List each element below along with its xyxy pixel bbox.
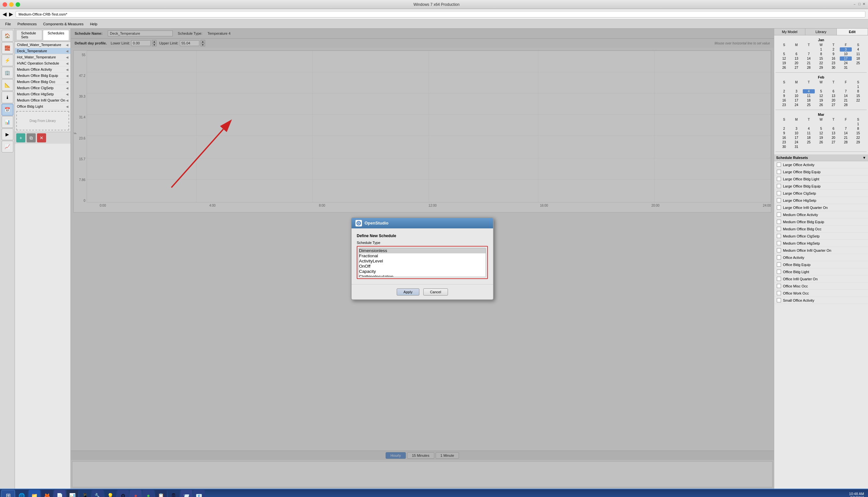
ruleset-checkbox[interactable]: [777, 284, 781, 288]
ruleset-checkbox[interactable]: [777, 298, 781, 302]
schedule-type-listbox[interactable]: Dimensionless Fractional ActivityLevel O…: [359, 248, 486, 277]
ruleset-item[interactable]: Medium Office Infil Quarter On: [774, 247, 868, 254]
ruleset-checkbox[interactable]: [777, 270, 781, 274]
icon-hvac[interactable]: 🌡: [2, 91, 13, 103]
ruleset-checkbox[interactable]: [777, 205, 781, 210]
menu-preferences[interactable]: Preferences: [15, 22, 39, 27]
icon-geometry[interactable]: 📐: [2, 79, 13, 91]
schedule-item[interactable]: Medium Office HtgSetp◀: [15, 91, 70, 97]
back-button[interactable]: ◀: [3, 11, 6, 17]
taskbar-app[interactable]: 📁: [29, 490, 40, 497]
listbox-option-clothing[interactable]: ClothingInsulation: [359, 274, 486, 277]
schedule-item[interactable]: Chilled_Water_Temperature◀: [15, 42, 70, 48]
ruleset-checkbox[interactable]: [777, 241, 781, 245]
ruleset-checkbox[interactable]: [777, 255, 781, 259]
ruleset-checkbox[interactable]: [777, 198, 781, 202]
ruleset-checkbox[interactable]: [777, 162, 781, 167]
ruleset-checkbox[interactable]: [777, 191, 781, 195]
menu-help[interactable]: Help: [87, 22, 100, 27]
ruleset-item[interactable]: Medium Office HtgSetp: [774, 240, 868, 247]
schedule-item[interactable]: Hot_Water_Temperature◀: [15, 54, 70, 60]
schedule-item[interactable]: HVAC Operation Schedule◀: [15, 60, 70, 67]
listbox-option-capacity[interactable]: Capacity: [359, 269, 486, 274]
ruleset-item[interactable]: Medium Office Activity: [774, 211, 868, 218]
apply-button[interactable]: Apply: [397, 288, 419, 296]
ruleset-checkbox[interactable]: [777, 219, 781, 224]
ruleset-item[interactable]: Medium Office Bldg Occ: [774, 226, 868, 232]
ruleset-item[interactable]: Office Activity: [774, 254, 868, 261]
start-button[interactable]: ⊞: [1, 490, 15, 497]
taskbar-app8[interactable]: ●: [142, 490, 154, 497]
taskbar-app2[interactable]: 📊: [67, 490, 78, 497]
schedule-item[interactable]: Medium Office Bldg Occ◀: [15, 79, 70, 85]
ruleset-checkbox[interactable]: [777, 234, 781, 238]
schedule-item[interactable]: Medium Office Bldg Equip◀: [15, 73, 70, 79]
taskbar-app4[interactable]: 🔧: [92, 490, 103, 497]
menu-file[interactable]: File: [3, 22, 14, 27]
ruleset-checkbox[interactable]: [777, 248, 781, 252]
tab-my-model[interactable]: My Model: [774, 29, 806, 35]
ruleset-checkbox[interactable]: [777, 213, 781, 217]
cancel-button[interactable]: Cancel: [423, 288, 448, 296]
add-schedule-button[interactable]: +: [16, 133, 25, 142]
icon-run[interactable]: ▶: [2, 128, 13, 140]
icon-site[interactable]: 🏠: [2, 30, 13, 42]
ruleset-item[interactable]: Small Office Activity: [774, 297, 868, 304]
delete-schedule-button[interactable]: ✕: [37, 133, 46, 142]
taskbar-app7[interactable]: ●: [130, 490, 141, 497]
listbox-option-dimensionless[interactable]: Dimensionless: [359, 248, 486, 253]
ruleset-item[interactable]: Office Infil Quarter On: [774, 275, 868, 283]
forward-button[interactable]: ▶: [9, 11, 13, 17]
ruleset-item[interactable]: Large Office Bldg Light: [774, 175, 868, 183]
taskbar-pdf[interactable]: 📄: [54, 490, 66, 497]
taskbar-app5[interactable]: 💡: [104, 490, 116, 497]
tab-edit[interactable]: Edit: [837, 29, 868, 35]
ruleset-checkbox[interactable]: [777, 227, 781, 231]
taskbar-app12[interactable]: 📧: [193, 490, 205, 497]
ruleset-item[interactable]: Large Office ClgSetp: [774, 190, 868, 197]
address-bar[interactable]: Medium-Office-CRB-Test.osm*: [16, 11, 865, 17]
ruleset-checkbox[interactable]: [777, 291, 781, 295]
menu-components[interactable]: Components & Measures: [41, 22, 86, 27]
ruleset-checkbox[interactable]: [777, 184, 781, 188]
taskbar-app9[interactable]: 📋: [155, 490, 167, 497]
drag-library-box[interactable]: Drag From Library: [16, 111, 69, 130]
taskbar-app10[interactable]: 🗓: [168, 490, 180, 497]
icon-results[interactable]: 📈: [2, 141, 13, 153]
tab-schedules[interactable]: Schedules: [43, 30, 69, 40]
taskbar-app6[interactable]: ⚙: [117, 490, 129, 497]
listbox-option-activity-level[interactable]: ActivityLevel: [359, 258, 486, 264]
ruleset-item[interactable]: Large Office HtgSetp: [774, 197, 868, 204]
ruleset-checkbox[interactable]: [777, 177, 781, 181]
ruleset-checkbox[interactable]: [777, 262, 781, 267]
icon-schedules[interactable]: 📅: [2, 104, 13, 115]
ruleset-item[interactable]: Large Office Bldg Equip: [774, 183, 868, 190]
ruleset-checkbox[interactable]: [777, 277, 781, 281]
taskbar-ie[interactable]: 🌐: [16, 490, 28, 497]
icon-space-types[interactable]: 🏢: [2, 67, 13, 79]
ruleset-item[interactable]: Large Office Activity: [774, 161, 868, 168]
ruleset-item[interactable]: Office Bldg Light: [774, 268, 868, 275]
schedule-item[interactable]: Medium Office Infil Quarter On◀: [15, 97, 70, 103]
ruleset-item[interactable]: Large Office Infil Quarter On: [774, 204, 868, 211]
tab-schedule-sets[interactable]: Schedule Sets: [16, 30, 42, 40]
schedule-item[interactable]: Medium Office Activity◀: [15, 67, 70, 73]
icon-loads[interactable]: ⚡: [2, 55, 13, 66]
ruleset-item[interactable]: Medium Office ClgSetp: [774, 232, 868, 240]
listbox-option-onoff[interactable]: OnOff: [359, 264, 486, 269]
ruleset-item[interactable]: Medium Office Bldg Equip: [774, 218, 868, 226]
listbox-option-fractional[interactable]: Fractional: [359, 253, 486, 258]
maximize-button[interactable]: [16, 2, 20, 7]
taskbar-browser[interactable]: 🦊: [41, 490, 53, 497]
minimize-button[interactable]: [9, 2, 14, 7]
icon-constructions[interactable]: 🧱: [2, 42, 13, 54]
ruleset-filter-icon[interactable]: ▼: [863, 156, 866, 160]
schedule-item[interactable]: Office Bldg Light◀: [15, 103, 70, 110]
ruleset-item[interactable]: Office Work Occ: [774, 290, 868, 297]
ruleset-checkbox[interactable]: [777, 170, 781, 174]
copy-schedule-button[interactable]: ⧉: [27, 133, 36, 142]
schedule-item[interactable]: Deck_Temperature◀: [15, 48, 70, 54]
ruleset-item[interactable]: Office Bldg Equip: [774, 261, 868, 268]
close-button[interactable]: [3, 2, 7, 7]
taskbar-app11[interactable]: 📨: [181, 490, 192, 497]
